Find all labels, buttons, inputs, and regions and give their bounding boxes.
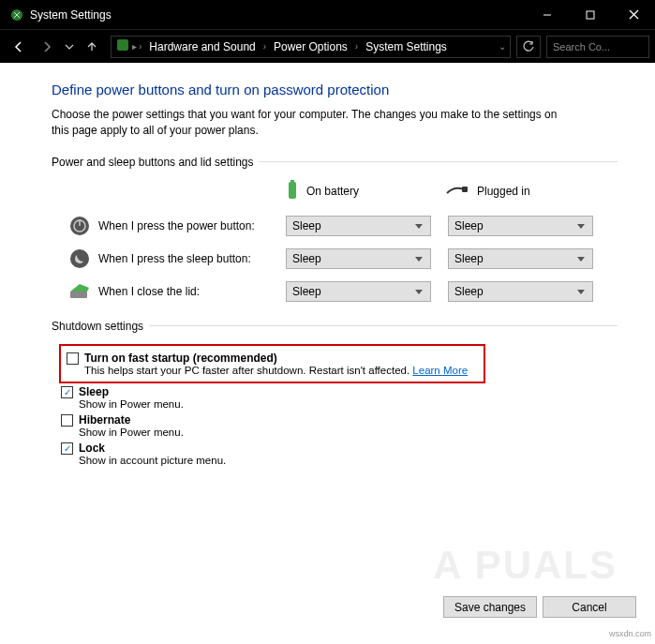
cancel-button[interactable]: Cancel <box>543 596 636 618</box>
lock-checkbox[interactable]: ✓ <box>61 442 73 455</box>
col-battery-label: On battery <box>306 185 359 198</box>
svg-point-12 <box>70 249 89 268</box>
section-shutdown: Shutdown settings Turn on fast startup (… <box>52 320 618 466</box>
chevron-icon: › <box>355 41 358 52</box>
sleep-icon <box>68 247 91 270</box>
page-description: Choose the power settings that you want … <box>52 107 576 139</box>
row-power-button: When I press the power button: Sleep Sle… <box>52 215 618 237</box>
hibernate-checkbox[interactable] <box>61 414 73 427</box>
minimize-button[interactable] <box>526 0 569 29</box>
nav-bar: ▸ › Hardware and Sound › Power Options ›… <box>0 29 655 63</box>
lock-option: ✓ Lock Show in account picture menu. <box>61 442 618 466</box>
sleep-desc: Show in Power menu. <box>79 398 618 410</box>
app-icon <box>9 7 24 22</box>
section-shutdown-label: Shutdown settings <box>52 320 143 333</box>
section-power-sleep-label: Power and sleep buttons and lid settings <box>52 156 253 169</box>
sleep-battery-dropdown[interactable]: Sleep <box>286 248 431 269</box>
row-power-label: When I press the power button: <box>98 219 286 232</box>
hibernate-label: Hibernate <box>79 413 130 427</box>
chevron-icon: › <box>263 41 266 52</box>
sleep-checkbox[interactable]: ✓ <box>61 386 73 398</box>
history-dropdown[interactable] <box>62 34 77 60</box>
plug-icon <box>445 184 469 200</box>
column-headers: On battery Plugged in <box>286 180 618 203</box>
breadcrumb-system[interactable]: System Settings <box>360 40 453 53</box>
lid-icon <box>68 280 91 303</box>
lid-plugged-dropdown[interactable]: Sleep <box>448 281 593 302</box>
search-placeholder: Search Co... <box>553 41 610 52</box>
hibernate-desc: Show in Power menu. <box>79 427 618 438</box>
col-on-battery: On battery <box>286 180 445 203</box>
credit-text: wsxdn.com <box>609 629 651 638</box>
svg-rect-6 <box>289 182 296 199</box>
svg-rect-8 <box>462 187 468 192</box>
svg-rect-7 <box>290 180 294 183</box>
up-button[interactable] <box>79 34 105 60</box>
row-sleep-button: When I press the sleep button: Sleep Sle… <box>52 247 618 270</box>
main-content: Define power buttons and turn on passwor… <box>0 63 655 466</box>
refresh-button[interactable] <box>516 36 541 58</box>
maximize-button[interactable] <box>569 0 612 29</box>
footer-buttons: Save changes Cancel <box>443 596 636 618</box>
address-dropdown-icon[interactable]: ⌄ <box>499 41 506 52</box>
watermark: A PUALS <box>433 543 618 588</box>
sleep-option: ✓ Sleep Show in Power menu. <box>61 385 618 410</box>
power-battery-dropdown[interactable]: Sleep <box>286 216 431 236</box>
section-power-sleep: Power and sleep buttons and lid settings <box>52 156 618 169</box>
svg-rect-5 <box>117 39 128 51</box>
lock-desc: Show in account picture menu. <box>79 455 618 466</box>
breadcrumb-hardware[interactable]: Hardware and Sound <box>143 40 261 53</box>
breadcrumb-power[interactable]: Power Options <box>268 40 353 53</box>
row-sleep-label: When I press the sleep button: <box>98 252 286 265</box>
page-heading: Define power buttons and turn on passwor… <box>52 82 618 97</box>
address-bar[interactable]: ▸ › Hardware and Sound › Power Options ›… <box>111 36 511 58</box>
back-button[interactable] <box>6 34 32 60</box>
power-plugged-dropdown[interactable]: Sleep <box>448 216 593 236</box>
svg-rect-13 <box>70 292 87 298</box>
window-title: System Settings <box>30 8 526 22</box>
svg-rect-2 <box>587 11 594 19</box>
control-panel-icon <box>115 37 130 55</box>
col-plugged-label: Plugged in <box>477 185 530 198</box>
close-button[interactable] <box>612 0 655 29</box>
row-close-lid: When I close the lid: Sleep Sleep <box>52 280 618 303</box>
fast-startup-option: Turn on fast startup (recommended) <box>67 352 476 365</box>
fast-startup-label: Turn on fast startup (recommended) <box>84 352 277 365</box>
fast-startup-desc: This helps start your PC faster after sh… <box>84 365 476 376</box>
save-changes-button[interactable]: Save changes <box>443 596 537 618</box>
fast-startup-checkbox[interactable] <box>67 352 79 365</box>
battery-icon <box>286 180 299 203</box>
window-buttons <box>526 0 655 29</box>
power-icon <box>68 215 91 237</box>
row-lid-label: When I close the lid: <box>98 285 286 298</box>
forward-button[interactable] <box>34 34 60 60</box>
chevron-icon: › <box>139 41 141 52</box>
learn-more-link[interactable]: Learn More <box>412 365 468 376</box>
lock-label: Lock <box>79 442 105 455</box>
sleep-label: Sleep <box>79 385 109 398</box>
search-input[interactable]: Search Co... <box>546 36 649 58</box>
hibernate-option: Hibernate Show in Power menu. <box>61 413 618 438</box>
fast-startup-highlight: Turn on fast startup (recommended) This … <box>59 344 485 383</box>
section-shutdown-header: Shutdown settings <box>52 320 618 333</box>
col-plugged-in: Plugged in <box>445 180 604 203</box>
lid-battery-dropdown[interactable]: Sleep <box>286 281 431 302</box>
title-bar: System Settings <box>0 0 655 29</box>
location-dropdown-icon[interactable]: ▸ <box>132 41 137 52</box>
sleep-plugged-dropdown[interactable]: Sleep <box>448 248 593 269</box>
